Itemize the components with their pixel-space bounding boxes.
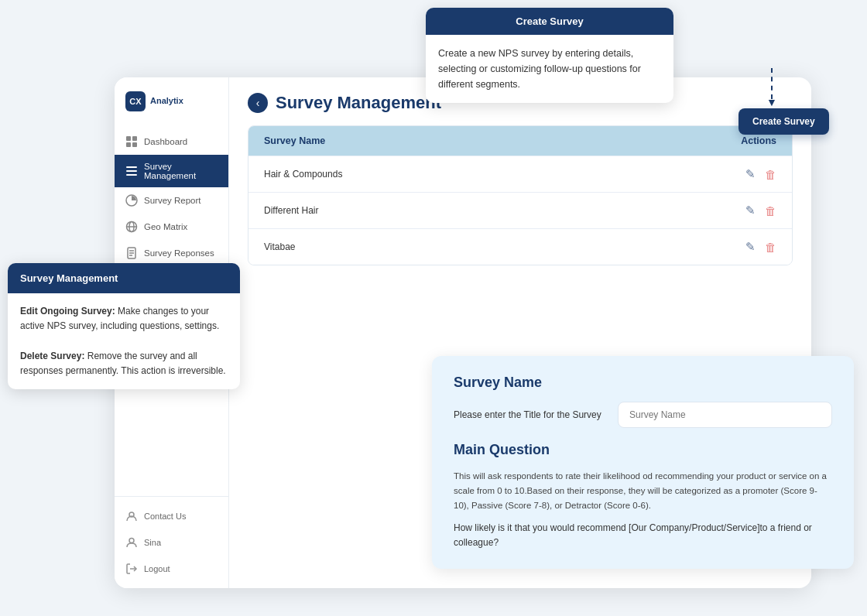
survey-name-cell: Vitabae xyxy=(264,241,520,252)
sidebar-item-geo-matrix[interactable]: Geo Matrix xyxy=(115,214,228,240)
svg-rect-0 xyxy=(126,136,131,141)
table-actions: ✎ 🗑 xyxy=(520,204,776,217)
tooltip-create-header: Create Survey xyxy=(426,8,673,35)
col-survey-name: Survey Name xyxy=(264,135,520,146)
edit-button-2[interactable]: ✎ xyxy=(745,240,756,254)
sidebar-item-user[interactable]: Sina xyxy=(115,529,228,556)
sidebar-logo: CX Analytix xyxy=(115,77,228,122)
main-question-title: Main Question xyxy=(454,442,832,458)
create-form-panel: Survey Name Please enter the Title for t… xyxy=(432,356,854,569)
survey-name-label: Please enter the Title for the Survey xyxy=(454,409,608,420)
sidebar-label-user: Sina xyxy=(144,538,161,547)
sidebar-item-logout[interactable]: Logout xyxy=(115,556,228,582)
table-row: Hair & Compounds ✎ 🗑 xyxy=(248,156,792,192)
survey-name-cell: Hair & Compounds xyxy=(264,169,520,180)
sidebar-item-dashboard[interactable]: Dashboard xyxy=(115,128,228,155)
sidebar-label-dashboard: Dashboard xyxy=(144,137,187,146)
main-question-section: Main Question This will ask respondents … xyxy=(454,442,832,550)
delete-button-2[interactable]: 🗑 xyxy=(765,241,776,254)
svg-rect-6 xyxy=(126,174,137,176)
tooltip-mgmt-body: Edit Ongoing Survey: Make changes to you… xyxy=(8,293,240,389)
survey-table: Survey Name Actions Hair & Compounds ✎ 🗑… xyxy=(248,125,793,265)
edit-button-0[interactable]: ✎ xyxy=(745,167,756,181)
table-row: Vitabae ✎ 🗑 xyxy=(248,228,792,265)
table-actions: ✎ 🗑 xyxy=(520,240,776,254)
arrow-down-icon: ▼ xyxy=(766,96,777,108)
survey-name-cell: Different Hair xyxy=(264,205,520,216)
survey-name-section-title: Survey Name xyxy=(454,375,832,391)
delete-button-1[interactable]: 🗑 xyxy=(765,204,776,217)
document-icon xyxy=(125,247,138,259)
sidebar-bottom: Contact Us Sina Logout xyxy=(115,496,228,588)
floating-create-survey-button[interactable]: Create Survey xyxy=(738,108,829,135)
svg-rect-3 xyxy=(132,142,137,147)
edit-label: Edit Ongoing Survey: Make changes to you… xyxy=(20,306,219,331)
table-actions: ✎ 🗑 xyxy=(520,167,776,181)
chart-icon xyxy=(125,194,138,207)
page-title: Survey Management xyxy=(276,93,441,113)
sidebar-label-survey-report: Survey Report xyxy=(144,196,201,205)
user-icon xyxy=(125,536,138,549)
grid-icon xyxy=(125,135,138,148)
logout-icon xyxy=(125,563,138,575)
survey-name-row: Please enter the Title for the Survey xyxy=(454,402,832,428)
logo-icon: CX xyxy=(125,91,146,111)
sidebar-label-logout: Logout xyxy=(144,564,170,573)
tooltip-mgmt-header: Survey Management xyxy=(8,263,240,293)
svg-rect-5 xyxy=(126,170,137,172)
dashed-line xyxy=(771,68,773,99)
svg-rect-4 xyxy=(126,166,137,168)
delete-label: Delete Survey: Remove the survey and all… xyxy=(20,351,226,376)
survey-name-input[interactable] xyxy=(618,402,832,428)
sidebar-label-survey-management: Survey Management xyxy=(144,162,218,180)
table-row: Different Hair ✎ 🗑 xyxy=(248,192,792,228)
main-question-desc: This will ask respondents to rate their … xyxy=(454,469,832,513)
sidebar-item-survey-report[interactable]: Survey Report xyxy=(115,187,228,214)
logo-text: Analytix xyxy=(150,96,183,106)
sidebar-item-survey-reponses[interactable]: Survey Reponses xyxy=(115,240,228,266)
svg-rect-2 xyxy=(126,142,131,147)
tooltip-create-body: Create a new NPS survey by entering deta… xyxy=(426,35,673,103)
back-button[interactable]: ‹ xyxy=(248,93,268,113)
sidebar-item-contact-us[interactable]: Contact Us xyxy=(115,503,228,529)
svg-rect-1 xyxy=(132,136,137,141)
table-header: Survey Name Actions xyxy=(248,126,792,156)
sidebar-label-geo-matrix: Geo Matrix xyxy=(144,222,187,231)
globe-icon xyxy=(125,221,138,233)
main-question-text: How likely is it that you would recommen… xyxy=(454,521,832,550)
contact-icon xyxy=(125,510,138,522)
survey-management-tooltip: Survey Management Edit Ongoing Survey: M… xyxy=(8,263,240,389)
sidebar-label-contact-us: Contact Us xyxy=(144,512,186,521)
delete-button-0[interactable]: 🗑 xyxy=(765,168,776,181)
create-survey-tooltip: Create Survey Create a new NPS survey by… xyxy=(426,8,673,103)
arrow-indicator: ▼ xyxy=(766,68,777,108)
edit-button-1[interactable]: ✎ xyxy=(745,204,756,217)
sidebar-item-survey-management[interactable]: Survey Management xyxy=(115,155,228,187)
sidebar-label-survey-reponses: Survey Reponses xyxy=(144,248,214,258)
svg-point-16 xyxy=(129,539,134,543)
col-actions: Actions xyxy=(520,135,776,146)
list-icon xyxy=(125,165,138,177)
